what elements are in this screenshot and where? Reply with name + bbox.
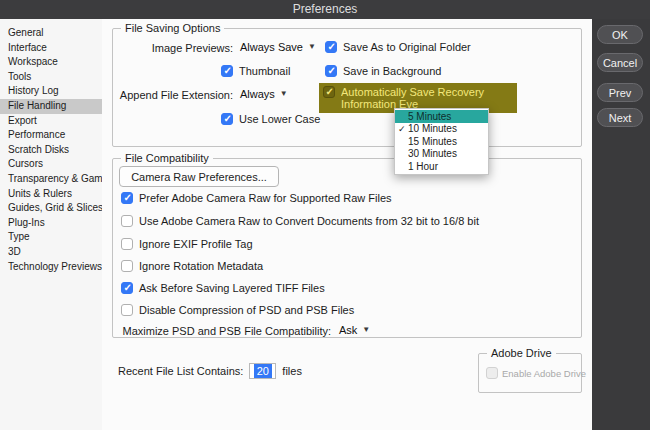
chevron-down-icon: ▼	[280, 90, 288, 98]
group-title: Adobe Drive	[487, 347, 556, 359]
dropdown-value: Ask	[339, 324, 357, 336]
camera-raw-convert-row: Use Adobe Camera Raw to Convert Document…	[121, 215, 479, 227]
ok-button[interactable]: OK	[597, 25, 643, 44]
recent-files-input[interactable]: 20	[249, 363, 276, 379]
dropdown-value: Always	[240, 88, 275, 100]
menu-item-1-hour[interactable]: 1 Hour	[395, 160, 488, 173]
save-in-background-row: Save in Background	[325, 65, 441, 77]
checkbox-label: Automatically Save Recovery Information …	[341, 86, 505, 110]
adobe-drive-group: Adobe Drive Enable Adobe Drive	[478, 353, 582, 393]
menu-item-5-minutes[interactable]: 5 Minutes	[395, 110, 488, 123]
disable-compression-row: Disable Compression of PSD and PSB Files	[121, 304, 354, 316]
sidebar-item-tools[interactable]: Tools	[0, 70, 102, 85]
dropdown-value: Always Save	[240, 41, 303, 53]
recent-files-suffix: files	[282, 365, 302, 377]
thumbnail-checkbox[interactable]	[221, 65, 233, 77]
ignore-rotation-checkbox[interactable]	[121, 260, 133, 272]
menu-item-label: 10 Minutes	[408, 123, 457, 134]
checkbox-label: Prefer Adobe Camera Raw for Supported Ra…	[139, 192, 392, 204]
maximize-compat-label: Maximize PSD and PSB File Compatibility:	[113, 325, 331, 337]
checkbox-label: Disable Compression of PSD and PSB Files	[139, 304, 354, 316]
next-button[interactable]: Next	[597, 108, 643, 127]
prefer-camera-raw-row: Prefer Adobe Camera Raw for Supported Ra…	[121, 192, 392, 204]
sidebar-item-units-rulers[interactable]: Units & Rulers	[0, 187, 102, 202]
use-lower-case-row: Use Lower Case	[221, 113, 320, 125]
sidebar-item-3d[interactable]: 3D	[0, 245, 102, 260]
window-titlebar[interactable]: Preferences	[0, 0, 650, 19]
maximize-compat-dropdown[interactable]: Ask ▼	[339, 324, 370, 336]
sidebar-item-guides-grid-slices[interactable]: Guides, Grid & Slices	[0, 201, 102, 216]
camera-raw-preferences-button[interactable]: Camera Raw Preferences...	[119, 166, 279, 187]
use-lower-case-checkbox[interactable]	[221, 113, 233, 125]
append-extension-label: Append File Extension:	[113, 89, 233, 101]
prefer-camera-raw-checkbox[interactable]	[121, 192, 133, 204]
enable-adobe-drive-row: Enable Adobe Drive	[486, 367, 586, 379]
file-handling-panel: File Saving Options Image Previews: Alwa…	[102, 19, 592, 430]
sidebar-item-workspace[interactable]: Workspace	[0, 55, 102, 70]
sidebar-item-technology-previews[interactable]: Technology Previews	[0, 260, 102, 275]
checkbox-label: Ask Before Saving Layered TIFF Files	[139, 282, 325, 294]
save-as-original-row: Save As to Original Folder	[325, 41, 471, 53]
image-previews-label: Image Previews:	[113, 42, 233, 54]
checkbox-label: Ignore EXIF Profile Tag	[139, 238, 253, 250]
checkbox-label: Enable Adobe Drive	[502, 368, 586, 379]
ask-before-tiff-checkbox[interactable]	[121, 282, 133, 294]
save-in-background-checkbox[interactable]	[325, 65, 337, 77]
chevron-down-icon: ▼	[362, 326, 370, 334]
checkbox-label: Thumbnail	[239, 65, 290, 77]
sidebar-item-history-log[interactable]: History Log	[0, 84, 102, 99]
save-as-original-checkbox[interactable]	[325, 41, 337, 53]
checkbox-label: Save in Background	[343, 65, 441, 77]
checkbox-label: Save As to Original Folder	[343, 41, 471, 53]
menu-item-label: 1 Hour	[408, 161, 438, 172]
ignore-exif-checkbox[interactable]	[121, 238, 133, 250]
sidebar-item-performance[interactable]: Performance	[0, 128, 102, 143]
preferences-sidebar: General Interface Workspace Tools Histor…	[0, 19, 102, 430]
checkmark-icon	[398, 124, 408, 134]
interval-dropdown-menu: 5 Minutes 10 Minutes 15 Minutes 30 Minut…	[394, 108, 489, 175]
disable-compression-checkbox[interactable]	[121, 304, 133, 316]
thumbnail-row: Thumbnail	[221, 65, 290, 77]
menu-item-label: 5 Minutes	[408, 111, 451, 122]
sidebar-item-interface[interactable]: Interface	[0, 41, 102, 56]
ignore-rotation-row: Ignore Rotation Metadata	[121, 260, 263, 272]
menu-item-15-minutes[interactable]: 15 Minutes	[395, 135, 488, 148]
sidebar-item-general[interactable]: General	[0, 26, 102, 41]
sidebar-item-scratch-disks[interactable]: Scratch Disks	[0, 143, 102, 158]
file-compatibility-group: File Compatibility Camera Raw Preference…	[112, 158, 582, 338]
camera-raw-convert-checkbox[interactable]	[121, 215, 133, 227]
checkbox-label: Use Adobe Camera Raw to Convert Document…	[139, 215, 479, 227]
append-extension-dropdown[interactable]: Always ▼	[240, 88, 288, 100]
recent-files-label: Recent File List Contains:	[118, 365, 243, 377]
prev-button[interactable]: Prev	[597, 83, 643, 102]
menu-item-30-minutes[interactable]: 30 Minutes	[395, 148, 488, 161]
file-saving-options-group: File Saving Options Image Previews: Alwa…	[112, 28, 582, 147]
image-previews-dropdown[interactable]: Always Save ▼	[240, 41, 316, 53]
sidebar-item-transparency-gamut[interactable]: Transparency & Gamut	[0, 172, 102, 187]
checkbox-label: Ignore Rotation Metadata	[139, 260, 263, 272]
group-title: File Compatibility	[121, 152, 213, 164]
sidebar-item-file-handling[interactable]: File Handling	[0, 99, 102, 114]
sidebar-item-cursors[interactable]: Cursors	[0, 157, 102, 172]
menu-item-10-minutes[interactable]: 10 Minutes	[395, 123, 488, 136]
ignore-exif-row: Ignore EXIF Profile Tag	[121, 238, 253, 250]
sidebar-item-type[interactable]: Type	[0, 230, 102, 245]
chevron-down-icon: ▼	[308, 43, 316, 51]
auto-save-recovery-checkbox[interactable]	[323, 86, 335, 98]
menu-item-label: 30 Minutes	[408, 148, 457, 159]
enable-adobe-drive-checkbox	[486, 367, 498, 379]
sidebar-item-export[interactable]: Export	[0, 114, 102, 129]
window-title: Preferences	[293, 2, 358, 16]
cancel-button[interactable]: Cancel	[597, 53, 643, 72]
recent-files-value: 20	[254, 364, 272, 378]
menu-item-label: 15 Minutes	[408, 136, 457, 147]
checkbox-label: Use Lower Case	[239, 113, 320, 125]
group-title: File Saving Options	[121, 22, 224, 34]
recent-file-list-row: Recent File List Contains: 20 files	[118, 363, 302, 379]
sidebar-item-plug-ins[interactable]: Plug-Ins	[0, 216, 102, 231]
ask-before-tiff-row: Ask Before Saving Layered TIFF Files	[121, 282, 325, 294]
